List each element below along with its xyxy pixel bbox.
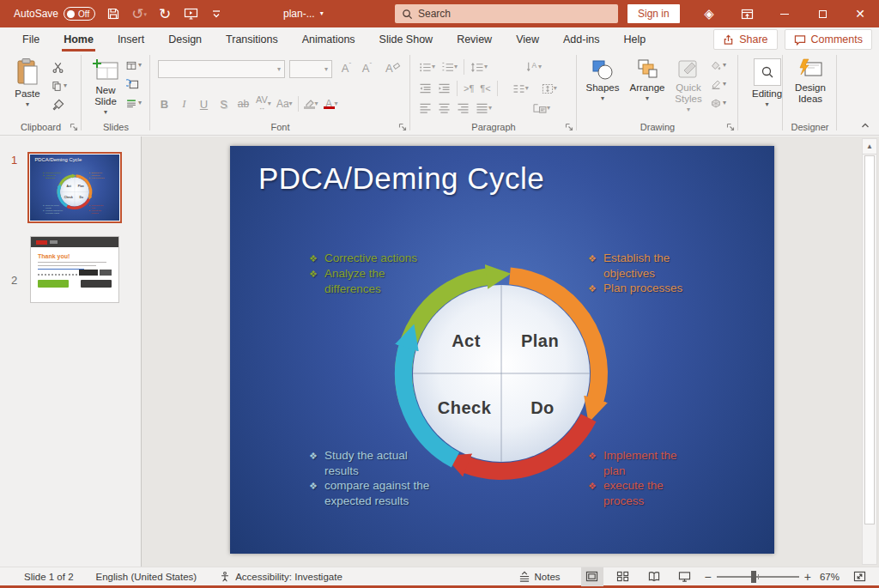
tab-slide-show[interactable]: Slide Show: [367, 27, 446, 52]
comments-button[interactable]: Comments: [785, 29, 872, 50]
vertical-scrollbar[interactable]: ▲: [862, 138, 877, 565]
zoom-slider-thumb[interactable]: [751, 571, 756, 583]
editing-button[interactable]: Editing ▾: [752, 58, 782, 108]
line-spacing-button[interactable]: ▾: [470, 62, 488, 73]
sign-in-button[interactable]: Sign in: [627, 4, 680, 23]
zoom-level[interactable]: 67%: [820, 572, 840, 582]
slide-canvas[interactable]: PDCA/Deming Cycle ❖Corrective actions ❖A…: [30, 155, 119, 221]
tab-animations[interactable]: Animations: [290, 27, 367, 52]
font-color-button[interactable]: A▾: [324, 96, 338, 112]
font-name-combo[interactable]: ▾: [158, 60, 285, 78]
clipboard-dialog-launcher[interactable]: [70, 123, 78, 131]
reading-view-button[interactable]: [643, 567, 665, 586]
document-title[interactable]: plan-... ▾: [283, 0, 324, 27]
bold-button[interactable]: B: [157, 96, 172, 112]
close-button[interactable]: ✕: [841, 0, 879, 27]
font-size-combo[interactable]: ▾: [289, 60, 332, 78]
fit-slide-to-window-icon[interactable]: [848, 567, 870, 586]
clear-formatting-button[interactable]: A: [385, 60, 401, 76]
new-slide-button[interactable]: New Slide ▾: [88, 58, 124, 116]
design-ideas-button[interactable]: Design Ideas: [789, 58, 832, 105]
ribbon-display-options-icon[interactable]: [728, 0, 766, 27]
convert-to-smartart-button[interactable]: ▾: [532, 102, 550, 114]
reset-slide-icon[interactable]: [126, 77, 142, 91]
tab-insert[interactable]: Insert: [106, 27, 156, 52]
paragraph-dialog-launcher[interactable]: [565, 123, 573, 131]
undo-icon[interactable]: ↺▾: [131, 6, 147, 21]
section-icon[interactable]: ▾: [126, 96, 142, 110]
justify-button[interactable]: ▾: [476, 103, 492, 113]
tab-file[interactable]: File: [10, 27, 52, 52]
slide2-thumbnail[interactable]: Thank you!: [30, 236, 119, 303]
normal-view-button[interactable]: [581, 567, 603, 586]
search-input[interactable]: [418, 8, 598, 20]
rtl-direction-button[interactable]: ¶<: [480, 83, 490, 94]
tab-transitions[interactable]: Transitions: [214, 27, 290, 52]
zoom-slider[interactable]: [717, 576, 799, 578]
customize-quick-access-icon[interactable]: [209, 6, 224, 21]
quick-styles-button[interactable]: Quick Styles ▾: [670, 58, 707, 113]
columns-button[interactable]: ▾: [512, 84, 529, 94]
tab-view[interactable]: View: [504, 27, 551, 52]
slide-title[interactable]: PDCA/Deming Cycle: [258, 161, 544, 196]
tab-review[interactable]: Review: [445, 27, 504, 52]
underline-button[interactable]: U: [197, 96, 211, 112]
highlight-color-button[interactable]: ▾: [304, 96, 318, 112]
tab-design[interactable]: Design: [156, 27, 214, 52]
align-center-button[interactable]: [438, 103, 451, 113]
ltr-direction-button[interactable]: >¶: [464, 83, 474, 94]
notes-button[interactable]: Notes: [518, 571, 561, 582]
copy-icon[interactable]: ▾: [52, 79, 67, 93]
align-left-button[interactable]: [419, 103, 432, 113]
text-shadow-button[interactable]: S: [216, 96, 231, 112]
slide-indicator[interactable]: Slide 1 of 2: [24, 572, 74, 582]
slideshow-view-button[interactable]: [674, 567, 696, 586]
cut-icon[interactable]: [52, 60, 67, 74]
shape-fill-icon[interactable]: ▾: [711, 58, 726, 72]
font-dialog-launcher[interactable]: [398, 123, 407, 131]
increase-font-size-button[interactable]: Aˆ: [339, 60, 354, 76]
bullets-button[interactable]: ▾: [419, 62, 435, 73]
coming-soon-icon[interactable]: ◈: [690, 0, 728, 27]
numbering-button[interactable]: ▾: [441, 62, 458, 73]
share-button[interactable]: Share: [713, 29, 777, 50]
start-slideshow-icon[interactable]: [183, 6, 198, 21]
italic-button[interactable]: I: [177, 96, 191, 112]
shape-outline-icon[interactable]: ▾: [711, 77, 726, 91]
shape-effects-icon[interactable]: ▾: [711, 96, 726, 110]
decrease-indent-button[interactable]: [419, 83, 432, 94]
align-text-button[interactable]: ▾: [542, 83, 557, 94]
scroll-up-icon[interactable]: ▲: [863, 139, 876, 155]
increase-indent-button[interactable]: [438, 83, 451, 94]
tab-home[interactable]: Home: [52, 27, 106, 52]
scrollbar-thumb[interactable]: [864, 155, 875, 524]
slide1-thumbnail[interactable]: PDCA/Deming Cycle ❖Corrective actions ❖A…: [27, 152, 122, 223]
slide-sorter-view-button[interactable]: [612, 567, 634, 586]
pdca-cycle-diagram[interactable]: Act Plan Check Do: [381, 253, 621, 494]
autosave-toggle[interactable]: Off: [64, 7, 95, 21]
decrease-font-size-button[interactable]: Aˇ: [360, 60, 374, 76]
search-box[interactable]: [395, 4, 618, 23]
slide-layout-icon[interactable]: ▾: [126, 58, 142, 72]
tab-help[interactable]: Help: [611, 27, 658, 52]
zoom-in-button[interactable]: +: [804, 570, 811, 584]
format-painter-icon[interactable]: [52, 98, 67, 112]
collapse-ribbon-icon[interactable]: [860, 121, 870, 130]
character-spacing-button[interactable]: AV↔▾: [256, 96, 271, 112]
drawing-dialog-launcher[interactable]: [726, 123, 735, 131]
redo-icon[interactable]: ↻: [157, 6, 173, 21]
accessibility-status[interactable]: Accessibility: Investigate: [219, 571, 343, 583]
language-indicator[interactable]: English (United States): [96, 572, 197, 582]
tab-add-ins[interactable]: Add-ins: [551, 27, 611, 52]
strikethrough-button[interactable]: ab: [236, 96, 251, 112]
text-direction-sort-button[interactable]: A▾: [524, 61, 542, 73]
autosave-control[interactable]: AutoSave Off: [14, 7, 95, 21]
slide-canvas[interactable]: PDCA/Deming Cycle ❖Corrective actions ❖A…: [230, 146, 774, 554]
paste-button[interactable]: Paste ▾: [9, 58, 46, 108]
arrange-button[interactable]: Arrange ▾: [625, 58, 670, 102]
minimize-button[interactable]: [766, 0, 803, 27]
save-icon[interactable]: [106, 6, 121, 21]
shapes-button[interactable]: Shapes ▾: [582, 58, 623, 102]
zoom-out-button[interactable]: −: [705, 570, 712, 584]
change-case-button[interactable]: Aa▾: [276, 96, 293, 112]
